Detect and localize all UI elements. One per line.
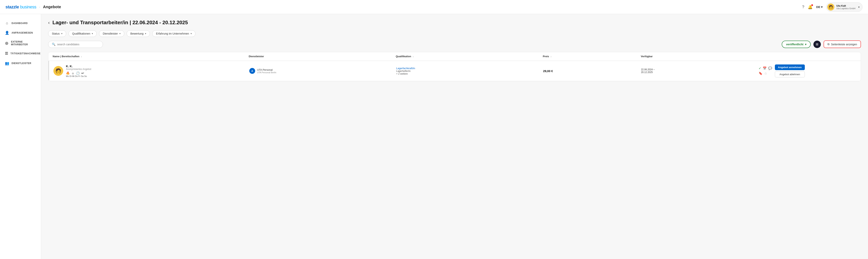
logo-page-title: Angebote <box>43 5 61 9</box>
user-badge[interactable]: 🧑 Uta Kalt Uta Logistics GmbH ▾ <box>826 2 863 12</box>
candidate-name: K. K. <box>66 65 91 68</box>
provider-cell: A UTA Personal UTA Personal Berlin <box>249 68 396 74</box>
language-selector[interactable]: DE ▾ <box>816 5 823 9</box>
chevron-down-icon: ▾ <box>92 32 93 35</box>
action-icons-group: ✓ 📅 💬 🔖 ☆ <box>758 66 772 76</box>
chevron-down-icon: ▾ <box>61 32 62 35</box>
filter-erfahrung[interactable]: Erfahrung im Unternehmen ▾ <box>152 30 195 37</box>
avail-start: 22.06.2024 – <box>641 68 758 71</box>
col-verfuegbar: Verfügbar <box>641 55 758 58</box>
lang-chevron-icon: ▾ <box>821 5 823 9</box>
logo-separator: · <box>39 4 40 9</box>
sun-icon: ☼ <box>71 72 74 75</box>
sidebar-label-dashboard: Dashboard <box>11 22 28 25</box>
sidebar-item-taetigkeitsnachweise[interactable]: ☰ Tätigkeitsnachweise <box>0 49 41 58</box>
chevron-down-icon: ▾ <box>145 32 146 35</box>
panel-icon: ⧉ <box>828 43 830 46</box>
sort-icon[interactable]: ↕ <box>413 55 414 58</box>
bookmark-icon[interactable]: 🔖 <box>758 72 763 75</box>
qual-sub: Lagerhelfer/in <box>396 70 543 72</box>
bell-icon[interactable]: 🔔 <box>808 5 813 9</box>
filter-status[interactable]: Status ▾ <box>48 30 66 37</box>
col-preis: Preis ↕ <box>543 55 641 58</box>
logo-brand: stazzle <box>5 4 19 9</box>
help-icon[interactable]: ? <box>802 5 804 9</box>
fire-icon: 🔥 <box>66 71 70 75</box>
candidate-cell: 🧑 K. K. Anonymisiertes Angebot 🔥 ☼ 🕐 ↩ M… <box>54 65 249 77</box>
accept-button[interactable]: Angebot annehmen <box>775 65 805 70</box>
list-icon: ☰ <box>5 51 8 56</box>
candidate-info: K. K. Anonymisiertes Angebot 🔥 ☼ 🕐 ↩ Mo … <box>66 65 91 77</box>
qual-cell: Lagerfachkraft/in Lagerhelfer/in + 2 wei… <box>396 67 543 75</box>
sort-icon[interactable]: ↕ <box>551 55 552 58</box>
person-add-icon: 👤 <box>5 31 9 35</box>
candidate-avatar: 🧑 <box>54 66 63 76</box>
chevron-down-icon: ▾ <box>805 43 806 46</box>
user-company: Uta Logistics GmbH <box>836 7 856 9</box>
col-actions <box>758 55 857 58</box>
qual-main[interactable]: Lagerfachkraft/in <box>396 67 543 70</box>
check-icon[interactable]: ✓ <box>758 66 761 70</box>
candidate-days: Mo Di Mi Do Fr Sa So <box>66 75 91 77</box>
sidebar-item-anfragewesen[interactable]: 👤 Anfragewesen <box>0 28 41 37</box>
chevron-down-icon: ▾ <box>119 32 121 35</box>
sidebar: ⌂ Dashboard 👤 Anfragewesen ◎ Externe Mit… <box>0 14 41 259</box>
user-name: Uta Kalt <box>836 4 856 7</box>
topnav: stazzlebusiness · Angebote ? 🔔 DE ▾ 🧑 Ut… <box>0 0 868 14</box>
home-icon: ⌂ <box>5 21 9 25</box>
search-actions-row: 🔍 veröffentlicht ▾ ⊞ ⧉ Seitenleiste anze… <box>48 40 861 48</box>
sort-icon[interactable]: ↕ <box>81 55 82 58</box>
page-header: ‹ Lager- und Transportarbeiter/in | 22.0… <box>48 20 861 26</box>
filter-bewertung[interactable]: Bewertung ▾ <box>127 30 150 37</box>
logo: stazzlebusiness <box>5 4 36 9</box>
avail-end: 20.12.2025 <box>641 71 758 74</box>
chat-icon[interactable]: 💬 <box>768 66 772 70</box>
sidebar-item-externe-mitarbeiter[interactable]: ◎ Externe Mitarbeiter <box>0 38 41 48</box>
page-title: Lager- und Transportarbeiter/in | 22.06.… <box>53 20 188 26</box>
sidebar-label-dienstleister: Dienstleister <box>11 62 31 65</box>
col-dienstleister: Dienstleister <box>249 55 396 58</box>
provider-badge: A <box>249 68 255 74</box>
col-name: Name | Bereitschaften ↕ <box>53 55 249 58</box>
clock-icon: 🕐 <box>76 71 80 75</box>
filter-dienstleister[interactable]: Dienstleister ▾ <box>99 30 124 37</box>
sidebar-toggle-button[interactable]: ⧉ Seitenleiste anzeigen <box>824 40 861 48</box>
filter-qualifikationen[interactable]: Qualifikationen ▾ <box>68 30 97 37</box>
grid-icon: ⊞ <box>816 42 818 46</box>
decline-button[interactable]: Angebot ablehnen <box>775 71 805 77</box>
target-icon: ◎ <box>5 41 9 45</box>
table-row: 🧑 K. K. Anonymisiertes Angebot 🔥 ☼ 🕐 ↩ M… <box>48 61 861 81</box>
avatar: 🧑 <box>827 3 834 10</box>
app-body: ⌂ Dashboard 👤 Anfragewesen ◎ Externe Mit… <box>0 14 868 259</box>
chevron-down-icon: ▾ <box>191 32 192 35</box>
sidebar-item-dienstleister[interactable]: 👥 Dienstleister <box>0 59 41 68</box>
candidate-anon: Anonymisiertes Angebot <box>66 68 91 71</box>
qual-more: + 2 weitere <box>396 72 543 75</box>
star-icon[interactable]: ☆ <box>764 71 767 76</box>
action-btns: Angebot annehmen Angebot ablehnen <box>775 65 805 77</box>
user-chevron-icon: ▾ <box>858 5 860 9</box>
icon-action-button[interactable]: ⊞ <box>813 41 821 48</box>
search-icon: 🔍 <box>52 43 56 46</box>
repeat-icon: ↩ <box>82 71 84 75</box>
status-button[interactable]: veröffentlicht ▾ <box>782 41 811 48</box>
topnav-right: ? 🔔 DE ▾ 🧑 Uta Kalt Uta Logistics GmbH ▾ <box>802 2 863 12</box>
lang-label: DE <box>816 5 820 9</box>
avail-cell: 22.06.2024 – 20.12.2025 <box>641 68 758 74</box>
provider-location: UTA Personal Berlin <box>257 71 276 74</box>
users-icon: 👥 <box>5 61 9 66</box>
actions-col: ✓ 📅 💬 🔖 ☆ Angebot annehmen Angebot ableh… <box>758 65 857 77</box>
candidate-tags: 🔥 ☼ 🕐 ↩ <box>66 71 91 75</box>
back-button[interactable]: ‹ <box>48 20 50 25</box>
sidebar-label-externe-mitarbeiter: Externe Mitarbeiter <box>11 40 37 46</box>
sidebar-item-dashboard[interactable]: ⌂ Dashboard <box>0 19 41 28</box>
main-content: ‹ Lager- und Transportarbeiter/in | 22.0… <box>41 14 868 259</box>
filters-row: Status ▾ Qualifikationen ▾ Dienstleister… <box>48 30 861 37</box>
calendar-icon[interactable]: 📅 <box>763 66 767 70</box>
search-input[interactable] <box>57 43 99 46</box>
price-cell: 29,00 € <box>543 69 641 73</box>
table-header: Name | Bereitschaften ↕ Dienstleister Qu… <box>48 52 861 61</box>
search-box[interactable]: 🔍 <box>48 41 103 48</box>
sidebar-label-anfragewesen: Anfragewesen <box>11 31 33 34</box>
provider-name: UTA Personal <box>257 68 276 71</box>
